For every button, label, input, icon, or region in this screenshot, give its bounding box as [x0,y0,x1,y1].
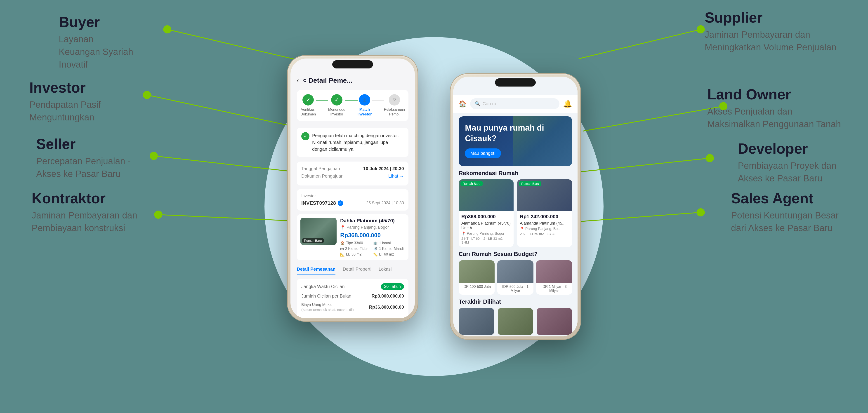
search-icon: 🔍 [475,101,480,106]
spec-tipe: 🏠 Tipe 33/60 [340,241,372,245]
property-info: Dahlia Platinum (45/70) 📍 Parung Panjang… [340,218,405,257]
rekom-info-1: Rp368.000.000 Alamanda Platinum (45/70) … [459,211,514,247]
investor-card-label: Investor [301,194,404,198]
step-circle-1: ✓ [303,94,314,105]
budget-label-3: IDR 1 Milyar - 3 Milyar [536,283,572,295]
biaya-uang-muka-value: Rp36.800.000,00 [369,305,404,310]
date-section: Tanggal Pengajuan 10 Juli 2024 | 20:30 D… [297,162,408,186]
step-circle-4: 🛡 [389,94,400,105]
rekom-badge-2: Rumah Baru [519,181,541,186]
buyer-label-block: Buyer Layanan Keuangan Syariah Inovatif [59,13,154,71]
budget-img-2 [497,260,533,283]
svg-point-7 [154,211,162,219]
left-phone-header: ‹ < Detail Peme... [297,76,408,84]
rekom-img-2: Rumah Baru [517,180,572,211]
seller-subtitle: Percepatan Penjualan - Akses ke Pasar Ba… [36,155,131,180]
investor-row: INVEST097128 ✓ 25 Sept 2024 | 10:30 [301,200,404,206]
phones-container: ‹ < Detail Peme... ✓ VerifikasiDokumen ✓… [276,37,592,376]
svg-line-2 [147,95,294,127]
tab-detail-properti[interactable]: Detail Properti [343,264,371,275]
jumlah-cicilan-row: Jumlah Cicilan per Bulan Rp3.000.000,00 [301,293,404,299]
supplier-label-block: Supplier Jaminan Pembayaran dan Meningka… [705,9,836,54]
budget-img-1 [459,260,495,283]
salesagent-label-block: Sales Agent Potensi Keuntungan Besar dar… [731,190,839,234]
spec-lb: 📐 LB 30 m2 [340,252,372,257]
search-bar[interactable]: 🔍 Cari ru... [470,98,559,109]
banner-title: Mau punya rumah di Cisauk? [465,123,566,144]
property-card[interactable]: Rumah Baru Dahlia Platinum (45/70) 📍 Par… [297,214,408,260]
right-phone-notch [495,78,536,87]
landowner-label-block: Land Owner Akses Penjualan dan Maksimalk… [707,86,841,130]
property-price: Rp368.000.000 [340,232,405,239]
date-row: Tanggal Pengajuan 10 Juli 2024 | 20:30 [301,166,404,171]
property-image: Rumah Baru [301,218,337,245]
terakhir-grid [453,308,578,335]
investor-subtitle: Pendapatan Pasif Menguntungkan [29,98,101,124]
step-match: 👤 MatchInvestor [358,94,372,117]
lihat-link[interactable]: Lihat → [388,173,404,179]
budget-label-2: IDR 500 Juta - 1 Milyar [497,283,533,295]
back-arrow[interactable]: ‹ [297,77,299,84]
rekom-location-2: 📍Parung Panjang, Bo... [520,227,569,231]
progress-steps: ✓ VerifikasiDokumen ✓ MenungguInvestor 👤… [297,90,408,121]
rekom-card-1[interactable]: Rumah Baru Rp368.000.000 Alamanda Platin… [459,180,514,247]
landowner-subtitle: Akses Penjualan dan Maksimalkan Pengguna… [707,105,841,130]
spec-km: 🚿 1 Kamar Mandi [373,247,405,251]
screen-title: < Detail Peme... [303,76,352,84]
rekom-location-1: 📍Parung Panjang, Bogor [461,231,511,236]
terakhir-card-1[interactable] [459,308,494,335]
svg-point-1 [163,25,171,33]
budget-card-3[interactable]: IDR 1 Milyar - 3 Milyar [536,260,572,295]
pemesanan-section: Jangka Waktu Cicilan 20 Tahun Jumlah Cic… [297,279,408,318]
budget-card-1[interactable]: IDR 100-500 Juta [459,260,495,295]
step-label-4: PelaksanaanPemb. [384,107,405,117]
tab-lokasi[interactable]: Lokasi [379,264,392,275]
promotional-banner[interactable]: Mau punya rumah di Cisauk? Mau banget! [459,116,572,166]
biaya-uang-muka-row: Biaya Uang Muka(Belum termasuk akad, not… [301,302,404,312]
svg-line-12 [581,158,710,172]
tab-detail-pemesanan[interactable]: Detail Pemesanan [297,264,336,275]
kontraktor-label-block: Kontraktor Jaminan Pembayaran dan Pembia… [32,190,137,234]
spec-kt: 🛏 2 Kamar Tidur [340,247,372,251]
status-text: Pengajuan telah matching dengan investor… [312,132,404,153]
connector-2 [345,100,358,100]
landowner-title: Land Owner [707,86,841,103]
seller-label-block: Seller Percepatan Penjualan - Akses ke P… [36,135,131,180]
rekom-badge-1: Rumah Baru [460,181,483,186]
investor-label-block: Investor Pendapatan Pasif Menguntungkan [29,79,101,124]
connector-3 [372,100,384,100]
terakhir-card-3[interactable] [537,308,572,335]
banner-button[interactable]: Mau banget! [465,149,501,158]
salesagent-title: Sales Agent [731,190,839,207]
buyer-title: Buyer [59,13,154,31]
right-labels: Supplier Jaminan Pembayaran dan Meningka… [692,0,850,413]
jumlah-cicilan-label: Jumlah Cicilan per Bulan [301,293,351,299]
investor-card: Investor INVEST097128 ✓ 25 Sept 2024 | 1… [297,189,408,211]
rekom-card-2[interactable]: Rumah Baru Rp1.242.000.000 Alamanda Plat… [517,180,572,247]
budget-card-2[interactable]: IDR 500 Juta - 1 Milyar [497,260,533,295]
budget-label-1: IDR 100-500 Juta [459,283,495,290]
rumah-baru-badge: Rumah Baru [302,238,324,243]
svg-line-8 [579,29,701,59]
left-phone-notch [332,60,373,68]
supplier-title: Supplier [705,9,836,26]
terakhir-card-2[interactable] [498,308,533,335]
investor-id: INVEST097128 ✓ [301,200,343,206]
rekomendasi-title: Rekomendasi Rumah [459,170,572,177]
left-phone-content: ‹ < Detail Peme... ✓ VerifikasiDokumen ✓… [290,59,415,318]
jangka-waktu-label: Jangka Waktu Cicilan [301,284,345,289]
spec-lt: 📏 LT 60 m2 [373,252,405,257]
notification-bell[interactable]: 🔔 [563,99,572,108]
kontraktor-subtitle: Jaminan Pembayaran dan Pembiayaan konstr… [32,209,137,234]
jumlah-cicilan-value: Rp3.000.000,00 [372,293,404,299]
right-phone-screen: 🏠 🔍 Cari ru... 🔔 Mau punya rumah di Cisa… [453,76,578,337]
verified-badge: ✓ [338,200,343,206]
spec-lantai: 🏢 1 lantai [373,241,405,245]
rekom-price-2: Rp1.242.000.000 [520,214,569,220]
terakhir-title: Terakhir Dilihat [459,298,572,305]
developer-title: Developer [738,140,836,157]
investor-title: Investor [29,79,101,96]
budget-title: Cari Rumah Sesuai Budget? [459,251,572,258]
dokumen-row: Dokumen Pengajuan Lihat → [301,173,404,179]
status-message: ✓ Pengajuan telah matching dengan invest… [297,128,408,157]
